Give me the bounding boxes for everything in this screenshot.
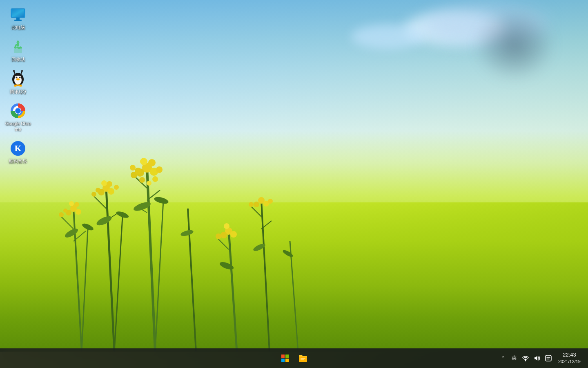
clock-area[interactable]: 22:43 2021/12/19 [556,350,583,366]
svg-point-39 [148,159,156,166]
svg-point-41 [135,168,141,174]
taskbar-center [277,350,311,366]
speaker-icon-button[interactable] [533,354,541,362]
windows-logo-icon [281,355,289,362]
svg-line-2 [106,188,114,352]
start-button[interactable] [277,350,293,366]
speaker-icon [534,355,540,361]
kugou-icon: K [10,140,26,157]
svg-rect-71 [14,20,22,21]
recycle-bin-label: 回收站 [11,56,25,62]
svg-rect-70 [16,18,20,20]
file-explorer-button[interactable] [295,350,311,366]
svg-rect-98 [301,359,304,360]
svg-line-1 [82,229,88,352]
svg-point-31 [107,181,112,187]
svg-point-26 [63,209,67,213]
svg-point-79 [16,78,20,80]
svg-point-45 [152,176,158,182]
language-label: 英 [512,355,517,361]
svg-rect-93 [281,355,285,358]
svg-rect-72 [14,47,22,53]
svg-point-56 [268,199,273,204]
svg-point-62 [154,196,169,205]
svg-line-12 [94,196,106,209]
svg-point-46 [147,181,151,186]
language-indicator[interactable]: 英 [510,354,518,362]
plants-decoration [33,127,318,352]
svg-line-18 [251,206,261,217]
svg-point-38 [140,158,147,165]
dark-area [474,8,555,82]
svg-point-49 [230,231,237,238]
my-computer-icon [10,7,26,23]
desktop-icon-qq[interactable]: 腾讯QQ [3,68,33,97]
svg-rect-95 [281,359,285,362]
clock-time: 22:43 [563,351,576,359]
svg-point-30 [101,180,107,186]
svg-rect-96 [285,359,289,362]
svg-point-90 [16,108,20,113]
svg-point-57 [64,227,79,239]
svg-line-7 [229,229,237,352]
kugou-label: 酷狗音乐 [9,158,27,164]
chrome-label: Google Chrome [5,121,31,132]
svg-point-53 [254,202,259,207]
svg-point-24 [74,202,79,207]
svg-rect-100 [546,355,551,361]
svg-rect-97 [301,358,305,359]
svg-point-59 [95,214,113,227]
svg-point-50 [224,223,229,229]
svg-rect-94 [285,355,289,358]
svg-point-42 [156,166,163,173]
file-explorer-icon [298,354,307,362]
svg-point-77 [16,76,18,78]
svg-point-48 [220,232,227,238]
svg-point-43 [130,165,136,171]
my-computer-label: 此电脑 [11,25,25,30]
recycle-bin-icon [10,38,26,55]
svg-line-5 [155,200,163,352]
chrome-icon [10,103,26,119]
notification-icon-button[interactable] [544,354,552,362]
svg-line-9 [290,241,298,352]
network-icon [522,355,529,361]
svg-point-32 [91,192,96,197]
svg-point-25 [59,212,64,217]
desktop-icon-my-computer[interactable]: 此电脑 [3,4,33,33]
svg-line-17 [218,239,229,249]
svg-point-55 [249,202,254,207]
svg-line-3 [114,217,122,352]
svg-line-10 [61,217,74,229]
taskbar: ⌃ 英 [0,348,588,368]
svg-point-22 [76,209,81,215]
svg-point-66 [282,249,294,258]
svg-text:K: K [14,143,21,153]
svg-point-63 [180,229,194,237]
desktop-icons-container: 此电脑 回收站 [3,4,33,167]
chevron-up-icon: ⌃ [501,355,505,361]
svg-point-51 [216,233,221,239]
system-tray: ⌃ 英 [499,350,583,366]
svg-point-34 [114,185,119,190]
clock-date: 2021/12/19 [558,359,581,365]
desktop: 此电脑 回收站 [0,0,588,368]
qq-icon [10,71,26,87]
svg-point-78 [19,76,21,78]
show-hidden-icons-button[interactable]: ⌃ [499,354,507,363]
svg-point-29 [108,188,114,195]
cloud-2 [351,25,425,49]
desktop-icon-recycle-bin[interactable]: 回收站 [3,36,33,65]
svg-rect-69 [12,9,24,17]
svg-point-23 [69,201,74,206]
desktop-icon-chrome[interactable]: Google Chrome [3,100,33,135]
svg-point-99 [525,360,526,361]
notification-icon [545,355,552,361]
svg-point-44 [139,177,145,183]
svg-line-6 [188,209,196,352]
svg-point-33 [96,188,100,193]
desktop-icon-kugou[interactable]: K 酷狗音乐 [3,138,33,166]
network-icon-button[interactable] [521,354,530,362]
qq-label: 腾讯QQ [10,89,26,94]
